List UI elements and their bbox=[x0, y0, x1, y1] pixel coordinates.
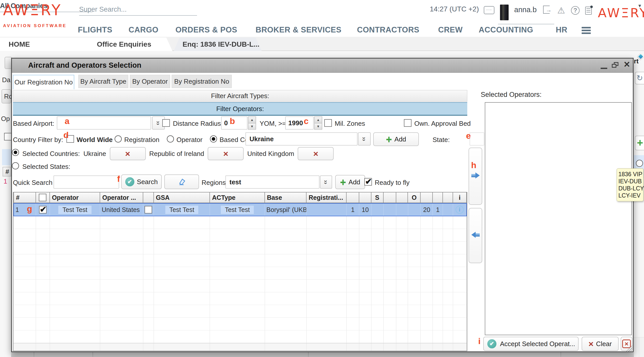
yom-input[interactable]: 1990 bbox=[285, 116, 314, 130]
super-search-input[interactable] bbox=[79, 4, 197, 16]
column-header-registrati-[interactable]: Registrati... bbox=[307, 192, 347, 203]
background-add-icon[interactable]: + bbox=[635, 136, 644, 150]
selected-countries-radio[interactable] bbox=[12, 149, 19, 156]
mil-zones-label: Mil. Zones bbox=[335, 120, 365, 128]
row-checkbox[interactable] bbox=[145, 206, 152, 213]
background-radio[interactable] bbox=[636, 160, 643, 167]
search-button[interactable]: ✔Search bbox=[121, 174, 162, 189]
column-header-actype[interactable]: ACType bbox=[210, 192, 265, 203]
column-header-col4[interactable] bbox=[143, 192, 154, 203]
state-input[interactable] bbox=[470, 132, 484, 146]
select-all-checkbox[interactable] bbox=[39, 194, 46, 201]
mil-zones-checkbox[interactable] bbox=[324, 119, 332, 127]
filter-operators-bar[interactable]: Filter Operators: bbox=[13, 102, 467, 116]
nav-item-contractors[interactable]: CONTRACTORS bbox=[357, 25, 419, 34]
username[interactable]: anna.b bbox=[514, 6, 537, 14]
restore-icon[interactable] bbox=[612, 62, 618, 68]
remove-country-button[interactable]: × bbox=[110, 147, 146, 160]
registration-radio[interactable] bbox=[115, 135, 122, 142]
table-empty-row bbox=[13, 330, 467, 343]
column-header-operator[interactable]: Operator bbox=[50, 192, 100, 203]
column-header-gsa[interactable]: GSA bbox=[154, 192, 210, 203]
add-country-button[interactable]: +Add bbox=[373, 132, 419, 146]
column-header-i[interactable]: i bbox=[453, 192, 467, 203]
ready-to-fly-checkbox[interactable] bbox=[364, 178, 372, 186]
logout-icon[interactable] bbox=[543, 6, 550, 14]
info-icon[interactable]: i bbox=[456, 206, 464, 214]
eraser-icon bbox=[177, 177, 187, 187]
quick-search-input[interactable] bbox=[53, 175, 119, 189]
country-select[interactable]: Ukraine bbox=[245, 132, 357, 146]
distance-radius-spinner[interactable]: ▲▼ bbox=[248, 116, 256, 130]
notes-icon[interactable] bbox=[585, 7, 592, 15]
dialog-tab-by-registration-no[interactable]: By Registration No bbox=[172, 75, 232, 88]
country-dropdown[interactable]: ›› bbox=[358, 132, 371, 146]
table-cell bbox=[307, 204, 347, 216]
dialog-tab-our-registration-no[interactable]: Our Registration No bbox=[13, 75, 74, 89]
column-header-col9[interactable] bbox=[347, 192, 359, 203]
nav-item-broker-services[interactable]: BROKER & SERVICES bbox=[256, 25, 342, 34]
nav-item-hr[interactable]: HR bbox=[556, 25, 567, 34]
cell-value: Test Test bbox=[165, 206, 198, 214]
column-header-o[interactable]: O bbox=[408, 192, 421, 203]
row-checkbox[interactable] bbox=[39, 206, 47, 213]
column-header-s[interactable]: S bbox=[371, 192, 384, 203]
column-header-col1[interactable] bbox=[36, 192, 50, 203]
regions-select[interactable]: test bbox=[225, 175, 319, 189]
nav-item-cargo[interactable]: CARGO bbox=[129, 25, 158, 34]
registration-label: Registration bbox=[124, 136, 159, 144]
nav-item-crew[interactable]: CREW bbox=[438, 25, 463, 34]
operator-radio[interactable] bbox=[167, 135, 174, 142]
dialog-tab-by-aircraft-type[interactable]: By Aircraft Type bbox=[78, 75, 128, 88]
table-cell bbox=[371, 204, 384, 216]
distance-radius-checkbox[interactable] bbox=[162, 119, 170, 127]
menu-icon[interactable] bbox=[582, 27, 591, 35]
column-header-col16[interactable] bbox=[433, 192, 443, 203]
nav-item-flights[interactable]: FLIGHTS bbox=[78, 25, 112, 34]
column-header-col10[interactable] bbox=[359, 192, 371, 203]
background-route-button[interactable]: Rc bbox=[2, 89, 11, 103]
page-tab-1[interactable]: HOME bbox=[0, 38, 101, 51]
column-header-col15[interactable] bbox=[421, 192, 433, 203]
table-row[interactable]: 1Test TestUnited StatesTest TestTest Tes… bbox=[13, 203, 467, 216]
column-header-#[interactable]: # bbox=[13, 192, 36, 203]
selected-operators-list[interactable] bbox=[485, 102, 632, 335]
minimize-icon[interactable] bbox=[601, 68, 607, 69]
remove-country-button[interactable]: × bbox=[208, 147, 244, 160]
column-header-col13[interactable] bbox=[396, 192, 408, 203]
add-region-button[interactable]: +Add bbox=[335, 175, 365, 189]
table-empty-row bbox=[13, 254, 467, 267]
nav-item-accounting[interactable]: ACCOUNTING bbox=[479, 25, 533, 34]
column-header-col12[interactable] bbox=[384, 192, 396, 203]
yom-spinner[interactable]: ▲▼ bbox=[314, 116, 322, 130]
avatar[interactable] bbox=[500, 5, 509, 20]
table-cell: 1 bbox=[433, 204, 443, 216]
column-header-operator-[interactable]: Operator ... bbox=[100, 192, 143, 203]
column-header-base[interactable]: Base bbox=[265, 192, 307, 203]
dialog-titlebar[interactable]: Aircraft and Operators Selection ✕ bbox=[12, 59, 633, 73]
close-icon[interactable]: ✕ bbox=[623, 60, 630, 69]
chat-icon[interactable]: ··· bbox=[484, 6, 494, 14]
selected-states-radio[interactable] bbox=[12, 162, 19, 169]
filter-aircraft-types-bar[interactable]: Filter Aircraft Types: bbox=[13, 90, 467, 102]
nav-item-orders-pos[interactable]: ORDERS & POS bbox=[175, 25, 237, 34]
page-tab-3[interactable]: Enq: 1836 IEV-DUB-L... bbox=[174, 38, 262, 51]
dialog-tab-by-operator[interactable]: By Operator bbox=[130, 75, 170, 88]
regions-dropdown[interactable]: ›› bbox=[320, 175, 332, 189]
clear-button[interactable]: ×Clear bbox=[582, 337, 619, 351]
background-checkbox[interactable] bbox=[4, 133, 12, 140]
accept-selected-operators-button[interactable]: ✔Accept Selected Operat... bbox=[483, 337, 579, 351]
own-approval-checkbox[interactable] bbox=[404, 119, 412, 127]
warning-icon[interactable]: ⚠ bbox=[557, 6, 565, 15]
clear-filter-button[interactable] bbox=[164, 174, 199, 189]
refresh-icon[interactable]: ↻ bbox=[635, 72, 644, 84]
help-icon[interactable]: ? bbox=[571, 6, 580, 15]
based-country-radio[interactable] bbox=[210, 135, 217, 142]
table-empty-row bbox=[13, 292, 467, 305]
column-header-col17[interactable] bbox=[443, 192, 453, 203]
page-tab-2[interactable]: Office Enquiries bbox=[88, 38, 172, 51]
move-left-button[interactable] bbox=[469, 208, 482, 263]
move-right-button[interactable] bbox=[469, 148, 482, 205]
based-airport-input[interactable] bbox=[57, 116, 151, 130]
remove-country-button[interactable]: × bbox=[298, 147, 334, 160]
